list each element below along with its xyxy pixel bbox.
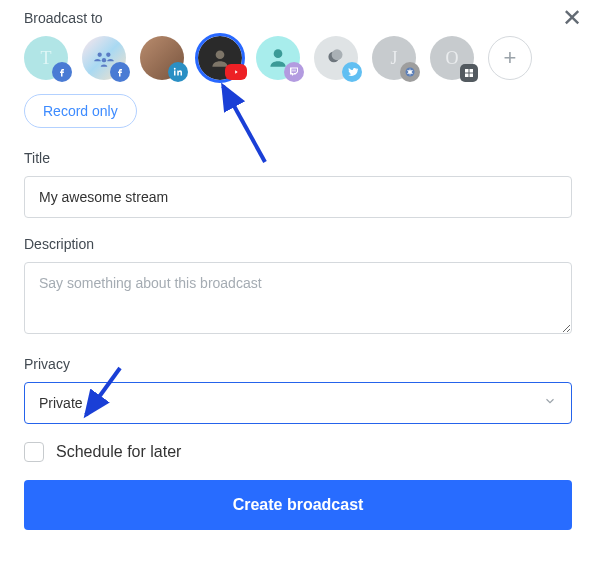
svg-point-8 <box>332 49 343 60</box>
svg-rect-3 <box>174 71 176 76</box>
close-icon[interactable]: ✕ <box>562 6 582 30</box>
dest-group-facebook[interactable] <box>82 36 126 80</box>
dest-user-twitter[interactable] <box>314 36 358 80</box>
grid-icon <box>460 64 478 82</box>
svg-point-0 <box>98 53 102 57</box>
svg-point-2 <box>102 58 106 62</box>
svg-point-6 <box>274 49 283 58</box>
dest-o-grid[interactable]: O <box>430 36 474 80</box>
svg-rect-13 <box>470 74 474 78</box>
dest-j-custom[interactable]: J <box>372 36 416 80</box>
svg-point-4 <box>174 68 176 70</box>
svg-point-1 <box>106 53 110 57</box>
record-only-button[interactable]: Record only <box>24 94 137 128</box>
dest-user-youtube[interactable] <box>198 36 242 80</box>
dest-t-facebook[interactable]: T <box>24 36 68 80</box>
twitch-icon <box>284 62 304 82</box>
svg-point-5 <box>216 50 225 59</box>
destination-row: T <box>24 36 572 80</box>
spiral-icon <box>400 62 420 82</box>
schedule-checkbox[interactable] <box>24 442 44 462</box>
dest-user-linkedin[interactable] <box>140 36 184 80</box>
title-label: Title <box>24 150 572 166</box>
privacy-select[interactable]: Private <box>24 382 572 424</box>
svg-rect-11 <box>470 69 474 73</box>
description-input[interactable] <box>24 262 572 334</box>
facebook-icon <box>52 62 72 82</box>
privacy-value: Private <box>25 383 571 423</box>
twitter-icon <box>342 62 362 82</box>
schedule-label: Schedule for later <box>56 443 181 461</box>
broadcast-to-label: Broadcast to <box>24 10 572 26</box>
svg-rect-10 <box>465 69 469 73</box>
facebook-icon <box>110 62 130 82</box>
svg-rect-12 <box>465 74 469 78</box>
create-broadcast-button[interactable]: Create broadcast <box>24 480 572 530</box>
title-input[interactable] <box>24 176 572 218</box>
linkedin-icon <box>168 62 188 82</box>
privacy-label: Privacy <box>24 356 572 372</box>
add-destination-button[interactable]: + <box>488 36 532 80</box>
youtube-icon <box>225 64 247 80</box>
dest-user-twitch[interactable] <box>256 36 300 80</box>
description-label: Description <box>24 236 572 252</box>
